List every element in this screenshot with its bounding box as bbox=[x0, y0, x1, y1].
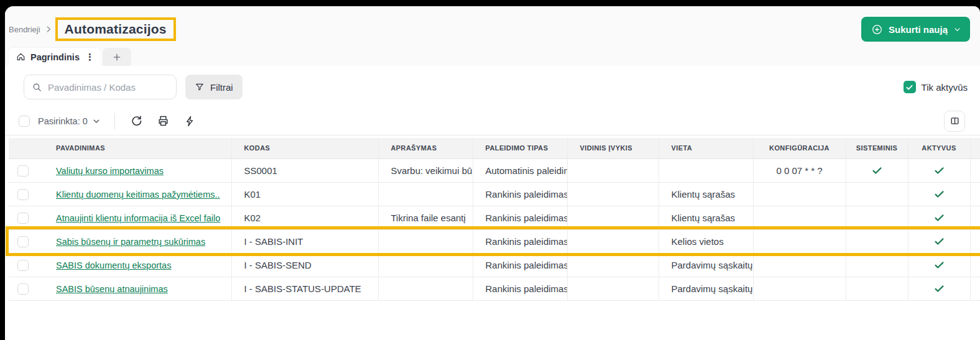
code-cell: SS0001 bbox=[231, 159, 378, 182]
row-checkbox[interactable] bbox=[17, 189, 29, 200]
systemic-cell bbox=[846, 277, 908, 300]
systemic-cell bbox=[846, 206, 908, 229]
name-cell: SABIS dokumentų eksportas bbox=[41, 253, 231, 277]
column-header-4[interactable]: VIDINIS ĮVYKIS bbox=[567, 138, 659, 159]
description-cell bbox=[378, 229, 473, 253]
row-checkbox[interactable] bbox=[17, 213, 29, 224]
active-only-label: Tik aktyvūs bbox=[922, 82, 968, 93]
automation-link[interactable]: Valiutų kurso importavimas bbox=[56, 166, 164, 176]
table-row: SABIS būsenų atnaujinimasI - SABIS-STATU… bbox=[9, 277, 980, 300]
location-cell: Kelios vietos bbox=[659, 229, 753, 253]
check-icon bbox=[933, 283, 945, 295]
check-icon bbox=[933, 236, 945, 247]
search-box bbox=[24, 75, 177, 99]
table-row-highlighted: Sabis būsenų ir parametrų sukūrimasI - S… bbox=[9, 229, 980, 253]
page-header: Bendrieji Automatizacijos Sukurti naują bbox=[5, 6, 980, 47]
refresh-button[interactable] bbox=[127, 112, 146, 130]
active-only-toggle[interactable]: Tik aktyvūs bbox=[904, 81, 968, 93]
name-cell: Sabis būsenų ir parametrų sukūrimas bbox=[41, 229, 231, 253]
print-button[interactable] bbox=[154, 112, 172, 130]
description-cell bbox=[378, 253, 473, 277]
row-checkbox[interactable] bbox=[17, 236, 29, 247]
launch-type-cell: Rankinis paleidimas bbox=[473, 253, 567, 277]
lightning-icon bbox=[183, 115, 196, 127]
internal-event-cell bbox=[567, 253, 659, 277]
check-icon bbox=[871, 165, 883, 177]
tab-pagrindinis[interactable]: Pagrindinis ⋮ bbox=[9, 48, 101, 66]
description-cell bbox=[378, 277, 473, 300]
column-header-5[interactable]: VIETA bbox=[659, 138, 753, 159]
row-checkbox[interactable] bbox=[17, 260, 29, 271]
name-cell: Atnaujinti klientų informacija iš Excel … bbox=[41, 206, 231, 229]
table-row: Klientų duomenų keitimas pažymėtiems..K0… bbox=[9, 182, 980, 206]
row-checkbox-cell bbox=[9, 182, 41, 206]
annotation-title-highlight: Automatizacijos bbox=[55, 17, 176, 41]
code-cell: I - SABIS-STATUS-UPDATE bbox=[231, 277, 378, 300]
code-cell: K02 bbox=[231, 206, 378, 229]
breadcrumb[interactable]: Bendrieji bbox=[9, 25, 40, 34]
tab-label: Pagrindinis bbox=[30, 52, 80, 62]
internal-event-cell bbox=[567, 159, 659, 182]
table-header-row: PAVADINIMASKODASAPRAŠYMASPALEIDIMO TIPAS… bbox=[9, 138, 980, 159]
active-cell bbox=[908, 229, 970, 253]
column-settings-button[interactable] bbox=[944, 111, 965, 132]
extra-cell bbox=[970, 229, 980, 253]
column-header-6[interactable]: KONFIGŪRACIJA bbox=[753, 138, 846, 159]
extra-cell bbox=[970, 159, 980, 182]
chevron-down-icon[interactable] bbox=[92, 117, 101, 126]
systemic-cell bbox=[846, 253, 908, 277]
code-cell: I - SABIS-SEND bbox=[231, 253, 378, 277]
code-cell: I - SABIS-INIT bbox=[231, 229, 378, 253]
add-tab-button[interactable] bbox=[103, 48, 131, 66]
extra-cell bbox=[970, 253, 980, 277]
check-icon bbox=[933, 188, 945, 200]
row-checkbox-cell bbox=[9, 229, 41, 253]
row-checkbox-cell bbox=[9, 159, 41, 182]
automation-link[interactable]: Sabis būsenų ir parametrų sukūrimas bbox=[56, 237, 205, 247]
check-icon bbox=[933, 212, 945, 224]
column-header-8[interactable]: AKTYVUS bbox=[908, 138, 970, 159]
automation-link[interactable]: Atnaujinti klientų informacija iš Excel … bbox=[56, 213, 220, 223]
column-header-2[interactable]: APRAŠYMAS bbox=[378, 138, 473, 159]
columns-layout-icon bbox=[950, 116, 960, 126]
selected-count-label: Pasirinkta: 0 bbox=[38, 116, 88, 126]
select-all-checkbox[interactable] bbox=[19, 116, 30, 127]
column-header-1[interactable]: KODAS bbox=[231, 138, 378, 159]
search-icon bbox=[32, 82, 42, 93]
active-cell bbox=[908, 159, 970, 182]
row-checkbox[interactable] bbox=[17, 283, 29, 295]
funnel-icon bbox=[195, 82, 205, 92]
description-cell bbox=[378, 182, 473, 206]
location-cell: Klientų sąrašas bbox=[659, 206, 753, 229]
row-checkbox[interactable] bbox=[17, 165, 29, 177]
automation-link[interactable]: SABIS būsenų atnaujinimas bbox=[56, 284, 168, 294]
plus-circle-icon bbox=[871, 24, 883, 35]
refresh-icon bbox=[130, 114, 143, 127]
description-cell: Tikrina faile esantį bbox=[378, 206, 473, 229]
column-header-7[interactable]: SISTEMINIS bbox=[846, 138, 908, 159]
tab-strip: Pagrindinis ⋮ bbox=[5, 47, 980, 66]
search-input[interactable] bbox=[48, 82, 169, 93]
column-header-0[interactable]: PAVADINIMAS bbox=[41, 138, 231, 159]
filters-button[interactable]: Filtrai bbox=[185, 75, 243, 99]
column-header-checkbox bbox=[9, 138, 41, 159]
internal-event-cell bbox=[567, 182, 659, 206]
automation-link[interactable]: Klientų duomenų keitimas pažymėtiems.. bbox=[56, 190, 220, 200]
automation-link[interactable]: SABIS dokumentų eksportas bbox=[56, 260, 171, 270]
location-cell: Klientų sąrašas bbox=[659, 182, 753, 206]
create-new-button[interactable]: Sukurti naują bbox=[861, 17, 970, 42]
configuration-cell bbox=[753, 229, 846, 253]
configuration-cell bbox=[753, 206, 846, 229]
launch-type-cell: Rankinis paleidimas bbox=[473, 229, 567, 253]
launch-type-cell: Rankinis paleidimas bbox=[473, 277, 567, 300]
name-cell: SABIS būsenų atnaujinimas bbox=[41, 277, 231, 300]
active-cell bbox=[908, 277, 970, 300]
run-automation-button[interactable] bbox=[181, 113, 198, 130]
automations-table-wrap: PAVADINIMASKODASAPRAŠYMASPALEIDIMO TIPAS… bbox=[5, 136, 980, 301]
column-header-3[interactable]: PALEIDIMO TIPAS bbox=[473, 138, 567, 159]
code-cell: K01 bbox=[231, 182, 378, 206]
filters-label: Filtrai bbox=[210, 82, 233, 93]
checkbox-checked-icon[interactable] bbox=[904, 81, 916, 93]
description-cell: Svarbu: veikimui bū bbox=[378, 159, 473, 182]
kebab-icon[interactable]: ⋮ bbox=[84, 52, 96, 63]
